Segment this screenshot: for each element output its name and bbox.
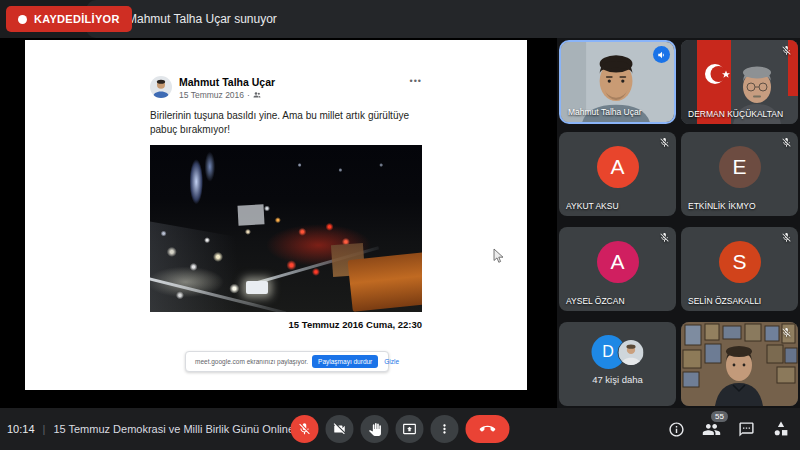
- speaker-icon: [657, 50, 667, 60]
- avatar-photo: [617, 339, 644, 366]
- overflow-participants-tile[interactable]: D 47 kişi daha: [559, 322, 676, 406]
- participant-name: SELİN ÖZSAKALLI: [688, 296, 761, 306]
- camera-toggle-button-off[interactable]: [326, 415, 354, 443]
- photo-road: [150, 220, 288, 312]
- participant-name: DERMAN KÜÇÜKALTAN: [688, 109, 783, 119]
- participant-count-badge: 55: [711, 411, 728, 423]
- mic-muted-icon: [781, 327, 792, 338]
- recording-label: KAYDEDİLİYOR: [34, 13, 120, 25]
- participant-name: AYSEL ÖZCAN: [566, 296, 625, 306]
- video-tile-participant[interactable]: [681, 322, 798, 406]
- chat-icon: [738, 421, 755, 438]
- participant-name: AYKUT AKSU: [566, 201, 619, 211]
- audio-speaking-indicator: [653, 46, 670, 63]
- hide-share-bar-button[interactable]: Gizle: [384, 358, 399, 365]
- avatar-initial: A: [610, 250, 624, 274]
- avatar: A: [597, 146, 639, 188]
- meeting-info: 10:14 | 15 Temmuz Demokrasi ve Milli Bir…: [7, 408, 293, 450]
- shared-screen-stage: Mahmut Talha Uçar 15 Temmuz 2016 · ••• B…: [0, 38, 557, 408]
- avatar-initial: A: [610, 155, 624, 179]
- meeting-panels: 55: [668, 408, 790, 450]
- video-tile-aysel-ozcan[interactable]: A AYSEL ÖZCAN: [559, 227, 676, 311]
- post-date: 15 Temmuz 2016 ·: [179, 90, 410, 100]
- post-meta: Mahmut Talha Uçar 15 Temmuz 2016 ·: [179, 76, 410, 100]
- avatar: S: [719, 241, 761, 283]
- more-participants-label: 47 kişi daha: [559, 374, 676, 385]
- raise-hand-icon: [368, 423, 381, 436]
- bottom-control-bar: 10:14 | 15 Temmuz Demokrasi ve Milli Bir…: [0, 408, 800, 450]
- video-tile-mahmut-talha-ucar[interactable]: Mahmut Talha Uçar: [559, 40, 676, 124]
- presenter-label: Mahmut Talha Uçar sunuyor: [127, 12, 277, 26]
- mic-muted-icon: [781, 232, 792, 243]
- camera-off-icon: [333, 422, 347, 436]
- facebook-post: Mahmut Talha Uçar 15 Temmuz 2016 · ••• B…: [150, 76, 422, 330]
- raise-hand-button[interactable]: [361, 415, 389, 443]
- video-tile-selin-ozsakalli[interactable]: S SELİN ÖZSAKALLI: [681, 227, 798, 311]
- overflow-avatars: D: [591, 335, 644, 369]
- avatar-initial: S: [732, 250, 746, 274]
- participants-sidebar: Mahmut Talha Uçar: [557, 38, 800, 408]
- mic-muted-icon: [298, 422, 312, 436]
- record-dot-icon: [18, 15, 27, 24]
- meet-window: Mahmut Talha Uçar sunuyor KAYDEDİLİYOR M…: [0, 0, 800, 450]
- post-author-name: Mahmut Talha Uçar: [179, 76, 410, 88]
- avatar: A: [597, 241, 639, 283]
- post-menu-icon: •••: [410, 76, 422, 86]
- mouse-cursor: [493, 248, 504, 264]
- friends-icon: [253, 91, 261, 99]
- mic-muted-icon: [659, 137, 670, 148]
- video-tile-etkinlik-ikmyo[interactable]: E ETKİNLİK İKMYO: [681, 132, 798, 216]
- end-call-button[interactable]: [466, 415, 510, 443]
- people-icon: [702, 420, 721, 439]
- top-bar: Mahmut Talha Uçar sunuyor KAYDEDİLİYOR: [0, 0, 800, 38]
- more-options-button[interactable]: [431, 415, 459, 443]
- mic-toggle-button-muted[interactable]: [291, 415, 319, 443]
- photo-orange-truck: [347, 252, 422, 312]
- avatar: E: [719, 146, 761, 188]
- presentation-slide: Mahmut Talha Uçar 15 Temmuz 2016 · ••• B…: [25, 40, 527, 390]
- dot-separator: ·: [247, 90, 250, 100]
- mic-muted-icon: [659, 232, 670, 243]
- share-message: meet.google.com ekranınızı paylaşıyor.: [195, 358, 308, 365]
- presenter-chip: Mahmut Talha Uçar sunuyor: [86, 0, 800, 38]
- present-screen-icon: [403, 422, 417, 436]
- meeting-details-button[interactable]: [668, 421, 685, 438]
- post-author-avatar: [150, 76, 172, 98]
- separator: |: [43, 423, 46, 435]
- end-call-icon: [480, 421, 496, 437]
- meeting-title: 15 Temmuz Demokrasi ve Milli Birlik Günü…: [53, 423, 293, 435]
- photo-truck-trailer: [237, 204, 264, 225]
- clock-time: 10:14: [7, 423, 35, 435]
- more-options-icon: [438, 422, 452, 436]
- activities-panel-button[interactable]: [772, 420, 790, 438]
- call-controls: [291, 415, 510, 443]
- post-date-text: 15 Temmuz 2016: [179, 90, 244, 100]
- activities-icon: [772, 420, 790, 438]
- screen-share-bar: meet.google.com ekranınızı paylaşıyor. P…: [185, 351, 389, 372]
- participant-name: ETKİNLİK İKMYO: [688, 201, 756, 211]
- stop-sharing-button[interactable]: Paylaşmayı durdur: [312, 355, 378, 368]
- post-text: Birilerinin tuşuna basıldı yine. Ama bu …: [150, 109, 422, 137]
- avatar-initial: E: [732, 155, 746, 179]
- participant-name: Mahmut Talha Uçar: [568, 107, 642, 117]
- post-photo-caption: 15 Temmuz 2016 Cuma, 22:30: [150, 319, 422, 330]
- post-header: Mahmut Talha Uçar 15 Temmuz 2016 · •••: [150, 76, 422, 100]
- present-screen-button[interactable]: [396, 415, 424, 443]
- photo-van: [246, 281, 268, 294]
- mic-muted-icon: [781, 137, 792, 148]
- avatar-initial: D: [602, 343, 614, 361]
- video-tile-derman-kucukaltan[interactable]: DERMAN KÜÇÜKALTAN: [681, 40, 798, 124]
- video-tile-aykut-aksu[interactable]: A AYKUT AKSU: [559, 132, 676, 216]
- post-photo-night-traffic: [150, 145, 422, 312]
- info-icon: [668, 421, 685, 438]
- participants-panel-button[interactable]: 55: [702, 420, 721, 439]
- mic-muted-icon: [781, 45, 792, 56]
- chat-panel-button[interactable]: [738, 421, 755, 438]
- recording-badge: KAYDEDİLİYOR: [6, 6, 132, 32]
